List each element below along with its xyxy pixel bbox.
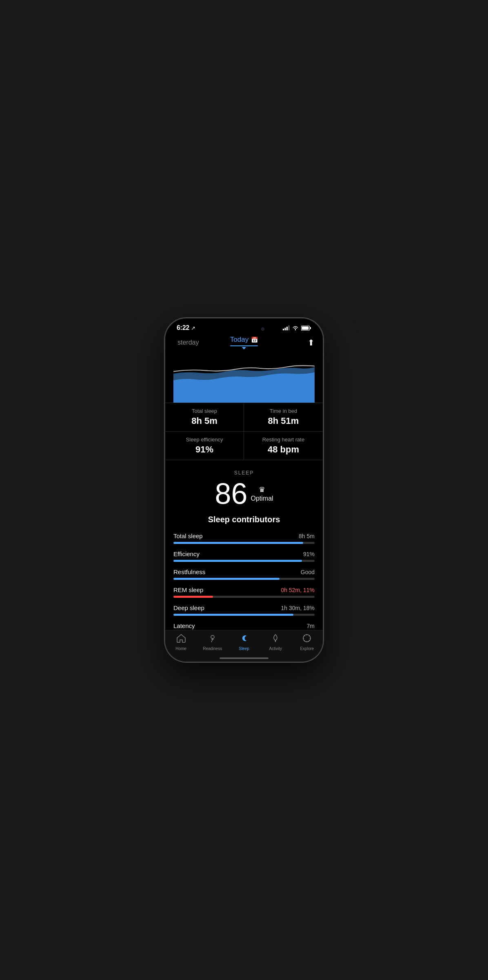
stat-label-heart-rate: Resting heart rate (252, 437, 315, 443)
readiness-icon (208, 634, 217, 645)
svg-rect-5 (310, 327, 311, 329)
home-icon (176, 634, 186, 645)
sleep-score-badge: ♛ Optimal (251, 485, 273, 502)
home-bar (220, 657, 268, 659)
nav-today-arrow (242, 347, 246, 350)
contributor-value-4: 1h 30m, 18% (281, 605, 315, 611)
nav-label-readiness: Readiness (203, 646, 222, 651)
nav-item-readiness[interactable]: Readiness (197, 634, 228, 651)
contributor-value-2: Good (301, 569, 315, 575)
progress-fill-3 (173, 596, 213, 598)
contributor-name-2: Restfulness (173, 568, 205, 575)
phone-frame: 6:22 ↗ sterd (164, 318, 324, 662)
contributor-row-latency: Latency 7m (173, 622, 315, 630)
sleep-icon (240, 634, 248, 645)
svg-rect-6 (302, 326, 309, 330)
status-time: 6:22 (177, 324, 189, 332)
sleep-score-number: 86 (215, 479, 247, 508)
stat-cell-efficiency: Sleep efficiency 91% (165, 432, 244, 460)
nav-item-home[interactable]: Home (165, 634, 197, 651)
stat-value-heart-rate: 48 bpm (252, 444, 315, 455)
dynamic-island (220, 323, 268, 336)
nav-yesterday[interactable]: sterday (177, 339, 199, 346)
explore-icon (302, 634, 311, 645)
nav-today-underline (230, 345, 258, 346)
nav-label-explore: Explore (300, 646, 314, 651)
progress-fill-0 (173, 542, 303, 544)
progress-track-4 (173, 614, 315, 616)
home-indicator (165, 653, 323, 662)
calendar-icon: 📅 (251, 336, 258, 343)
svg-rect-3 (288, 325, 290, 330)
sleep-score-section: SLEEP 86 ♛ Optimal (165, 460, 323, 515)
stat-cell-total-sleep: Total sleep 8h 5m (165, 403, 244, 432)
nav-header: sterday Today 📅 ⬆ (165, 333, 323, 350)
stat-label-efficiency: Sleep efficiency (173, 437, 235, 443)
nav-item-explore[interactable]: Explore (291, 634, 323, 651)
contributor-value-3: 0h 52m, 11% (281, 587, 315, 593)
nav-today-container[interactable]: Today 📅 (230, 336, 258, 350)
stats-grid: Total sleep 8h 5m Time in bed 8h 51m Sle… (165, 403, 323, 460)
location-arrow-icon: ↗ (191, 325, 195, 331)
progress-track-1 (173, 560, 315, 562)
battery-icon (301, 325, 311, 331)
contributor-value-1: 91% (303, 551, 315, 557)
contributor-row-total-sleep: Total sleep 8h 5m (173, 532, 315, 544)
stat-cell-heart-rate: Resting heart rate 48 bpm (244, 432, 323, 460)
contributor-row-deep-sleep: Deep sleep 1h 30m, 18% (173, 604, 315, 616)
progress-fill-1 (173, 560, 302, 562)
activity-icon (271, 634, 279, 645)
share-button[interactable]: ⬆ (308, 338, 315, 347)
sleep-chart-svg (173, 354, 315, 403)
nav-item-activity[interactable]: Activity (260, 634, 291, 651)
contributor-row-rem-sleep: REM sleep 0h 52m, 11% (173, 586, 315, 598)
main-content[interactable]: SLEEP 86 ♛ Optimal Sleep contributors To… (165, 460, 323, 630)
progress-fill-4 (173, 614, 293, 616)
contributor-name-5: Latency (173, 622, 195, 629)
progress-track-3 (173, 596, 315, 598)
bottom-nav: Home Readiness Sleep (165, 630, 323, 653)
contributor-name-0: Total sleep (173, 532, 203, 539)
svg-rect-1 (285, 328, 286, 331)
stat-label-total-sleep: Total sleep (173, 408, 235, 414)
stat-label-time-in-bed: Time in bed (252, 408, 315, 414)
stat-cell-time-in-bed: Time in bed 8h 51m (244, 403, 323, 432)
nav-today[interactable]: Today 📅 (230, 336, 258, 344)
svg-line-13 (304, 636, 305, 637)
progress-fill-2 (173, 578, 279, 580)
nav-label-activity: Activity (269, 646, 282, 651)
sleep-section-label: SLEEP (173, 470, 315, 476)
progress-track-0 (173, 542, 315, 544)
svg-rect-2 (286, 327, 288, 330)
contributor-row-efficiency: Efficiency 91% (173, 550, 315, 562)
camera-dot (261, 327, 264, 331)
sleep-score-status: Optimal (251, 495, 273, 502)
contributor-value-0: 8h 5m (299, 533, 315, 539)
contributors-section: Sleep contributors Total sleep 8h 5m Eff… (165, 515, 323, 630)
wifi-icon (292, 325, 299, 330)
contributor-name-4: Deep sleep (173, 604, 204, 611)
svg-line-16 (304, 640, 305, 641)
sleep-chart (165, 350, 323, 403)
svg-rect-0 (283, 329, 284, 330)
svg-line-15 (309, 636, 310, 637)
svg-point-7 (211, 635, 214, 639)
svg-line-14 (309, 640, 310, 641)
nav-label-sleep: Sleep (239, 646, 249, 651)
contributor-name-1: Efficiency (173, 550, 200, 557)
contributors-title: Sleep contributors (173, 515, 315, 524)
stat-value-time-in-bed: 8h 51m (252, 416, 315, 426)
nav-item-sleep[interactable]: Sleep (228, 634, 260, 651)
signal-icon (283, 325, 290, 330)
stat-value-efficiency: 91% (173, 444, 235, 455)
contributor-value-5: 7m (307, 623, 315, 629)
contributor-name-3: REM sleep (173, 586, 203, 593)
nav-label-home: Home (175, 646, 186, 651)
progress-track-2 (173, 578, 315, 580)
crown-icon: ♛ (259, 485, 265, 494)
status-icons (283, 325, 311, 331)
sleep-score-row: 86 ♛ Optimal (173, 479, 315, 508)
contributor-row-restfulness: Restfulness Good (173, 568, 315, 580)
stat-value-total-sleep: 8h 5m (173, 416, 235, 426)
